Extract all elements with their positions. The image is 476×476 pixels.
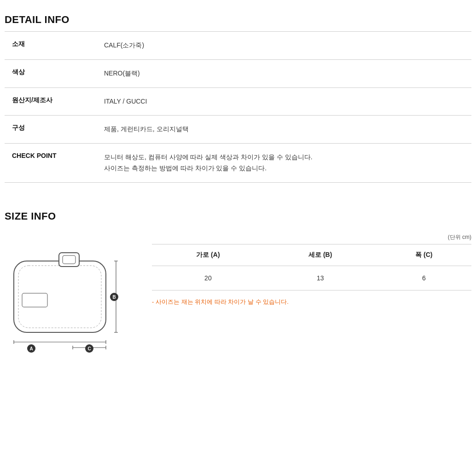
size-cell-b: 13 [264, 266, 377, 290]
detail-label: CHECK POINT [5, 144, 97, 183]
svg-rect-2 [59, 253, 79, 267]
size-info-section: SIZE INFO B [5, 210, 471, 354]
size-layout: B A C (단위 cm) [5, 233, 471, 354]
detail-value: ITALY / GUCCI [97, 87, 471, 116]
svg-rect-0 [14, 261, 106, 332]
size-note: - 사이즈는 재는 위치에 따라 차이가 날 수 있습니다. [152, 298, 471, 306]
detail-table-row: 원산지/제조사ITALY / GUCCI [5, 87, 471, 116]
detail-info-section: DETAIL INFO 소재CALF(소가죽)색상NERO(블랙)원산지/제조사… [5, 14, 471, 183]
size-cell-c: 6 [377, 266, 471, 290]
bag-diagram: B A C [5, 233, 134, 354]
detail-value: CALF(소가죽) [97, 32, 471, 60]
detail-table-row: 구성제품, 게런티카드, 오리지널택 [5, 116, 471, 144]
col-b-header: 세로 (B) [264, 244, 377, 266]
size-table: 가로 (A) 세로 (B) 폭 (C) 20136 [152, 244, 471, 290]
size-cell-a: 20 [152, 266, 264, 290]
svg-text:B: B [112, 295, 116, 300]
detail-table-row: 색상NERO(블랙) [5, 59, 471, 87]
col-a-header: 가로 (A) [152, 244, 264, 266]
svg-text:C: C [87, 346, 91, 351]
detail-label: 구성 [5, 116, 97, 144]
detail-label: 색상 [5, 59, 97, 87]
unit-label: (단위 cm) [152, 233, 471, 241]
svg-text:A: A [29, 346, 33, 351]
detail-value: 모니터 해상도, 컴퓨터 사양에 따라 실제 색상과 차이가 있을 수 있습니다… [97, 144, 471, 183]
detail-value: 제품, 게런티카드, 오리지널택 [97, 116, 471, 144]
col-c-header: 폭 (C) [377, 244, 471, 266]
detail-label: 소재 [5, 32, 97, 60]
size-info-title: SIZE INFO [5, 210, 471, 222]
detail-table-row: 소재CALF(소가죽) [5, 32, 471, 60]
size-table-row: 20136 [152, 266, 471, 290]
detail-table: 소재CALF(소가죽)색상NERO(블랙)원산지/제조사ITALY / GUCC… [5, 31, 471, 183]
detail-value: NERO(블랙) [97, 59, 471, 87]
detail-table-row: CHECK POINT모니터 해상도, 컴퓨터 사양에 따라 실제 색상과 차이… [5, 144, 471, 183]
size-table-header-row: 가로 (A) 세로 (B) 폭 (C) [152, 244, 471, 266]
detail-label: 원산지/제조사 [5, 87, 97, 116]
size-table-section: (단위 cm) 가로 (A) 세로 (B) 폭 (C) 20136 - 사이즈는… [152, 233, 471, 306]
detail-info-title: DETAIL INFO [5, 14, 471, 26]
